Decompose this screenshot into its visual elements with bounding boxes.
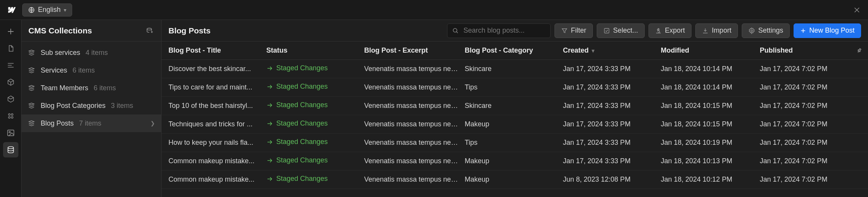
cell-title: Common makeup mistake... xyxy=(168,157,266,165)
rail-components[interactable] xyxy=(3,74,18,90)
col-header-excerpt[interactable]: Blog Post - Excerpt xyxy=(364,46,465,55)
arrow-right-icon xyxy=(266,139,273,146)
export-label: Export xyxy=(665,26,685,35)
col-header-modified[interactable]: Modified xyxy=(661,46,760,55)
collection-item[interactable]: Sub services4 items xyxy=(21,44,161,61)
status-label: Staged Changes xyxy=(276,156,328,164)
col-header-published[interactable]: Published xyxy=(760,46,855,55)
collection-name: Blog Posts xyxy=(41,119,74,127)
import-button[interactable]: Import xyxy=(695,23,738,38)
collections-title: CMS Collections xyxy=(28,26,144,35)
status-label: Staged Changes xyxy=(276,64,328,72)
cell-excerpt: Venenatis massa tempus nec ... xyxy=(364,83,465,91)
filter-button[interactable]: Filter xyxy=(554,23,593,38)
cell-created: Jan 17, 2024 3:33 PM xyxy=(563,139,661,147)
arrow-right-icon xyxy=(266,102,273,109)
arrow-right-icon xyxy=(266,120,273,127)
svg-point-3 xyxy=(8,116,10,118)
cell-category: Makeup xyxy=(465,120,563,128)
export-button[interactable]: Export xyxy=(649,23,691,38)
cell-published: Jan 17, 2024 7:02 PM xyxy=(760,175,855,184)
search-input[interactable] xyxy=(463,26,546,35)
status-label: Staged Changes xyxy=(276,101,328,109)
arrow-right-icon xyxy=(266,83,273,90)
cell-status: Staged Changes xyxy=(266,138,364,147)
rail-navigator[interactable] xyxy=(3,58,18,73)
arrow-right-icon xyxy=(266,157,273,164)
collection-name: Services xyxy=(41,66,67,74)
export-icon xyxy=(655,27,662,34)
settings-label: Settings xyxy=(758,26,783,35)
stack-icon xyxy=(28,102,35,109)
rail-assets[interactable] xyxy=(3,125,18,141)
table-row[interactable]: Techniques and tricks for ...Staged Chan… xyxy=(162,115,868,134)
cell-category: Skincare xyxy=(465,102,563,110)
cell-category: Makeup xyxy=(465,157,563,165)
collection-item[interactable]: Services6 items xyxy=(21,61,161,79)
arrow-right-icon xyxy=(266,175,273,182)
collection-item[interactable]: Blog Post Categories3 items xyxy=(21,97,161,114)
select-button[interactable]: Select... xyxy=(597,23,645,38)
cell-created: Jun 8, 2023 12:08 PM xyxy=(563,175,661,184)
table-row[interactable]: Tips to care for and maint...Staged Chan… xyxy=(162,78,868,97)
col-header-status[interactable]: Status xyxy=(266,46,364,55)
cell-status: Staged Changes xyxy=(266,175,364,184)
table-row[interactable]: Top 10 of the best hairstyl...Staged Cha… xyxy=(162,97,868,115)
cell-title: Techniques and tricks for ... xyxy=(168,120,266,128)
cell-modified: Jan 18, 2024 10:15 PM xyxy=(661,120,760,128)
table-row[interactable]: How to keep your nails fla...Staged Chan… xyxy=(162,134,868,152)
cell-status: Staged Changes xyxy=(266,101,364,111)
collection-name: Sub services xyxy=(41,49,80,57)
webflow-logo-icon[interactable] xyxy=(5,3,18,17)
search-icon xyxy=(452,27,459,34)
table-row[interactable]: Common makeup mistake...Staged ChangesVe… xyxy=(162,171,868,189)
globe-icon xyxy=(28,7,35,13)
main-panel: Blog Posts Filter Select... xyxy=(162,20,868,197)
svg-point-4 xyxy=(11,116,13,118)
cell-excerpt: Venenatis massa tempus nec ... xyxy=(364,120,465,128)
check-square-icon xyxy=(603,27,610,34)
cell-category: Tips xyxy=(465,83,563,91)
search-field[interactable] xyxy=(447,23,551,38)
cell-published: Jan 17, 2024 7:02 PM xyxy=(760,120,855,128)
table-row[interactable]: Discover the best skincar...Staged Chang… xyxy=(162,60,868,78)
arrow-right-icon xyxy=(266,65,273,72)
settings-button[interactable]: Settings xyxy=(742,23,790,38)
rail-styles[interactable] xyxy=(3,108,18,124)
collection-count: 7 items xyxy=(79,119,101,127)
rail-variables[interactable] xyxy=(3,91,18,107)
table-row[interactable]: Common makeup mistake...Staged ChangesVe… xyxy=(162,152,868,171)
col-header-created[interactable]: Created ▾ xyxy=(563,46,661,55)
svg-point-11 xyxy=(751,30,753,31)
sort-desc-icon: ▾ xyxy=(592,48,594,54)
pin-column-button[interactable] xyxy=(854,46,864,56)
collection-item[interactable]: Blog Posts7 items❯ xyxy=(21,114,161,132)
select-label: Select... xyxy=(613,26,638,35)
cell-status: Staged Changes xyxy=(266,119,364,129)
svg-rect-10 xyxy=(604,28,609,33)
add-collection-button[interactable] xyxy=(144,26,154,36)
cell-excerpt: Venenatis massa tempus nec ... xyxy=(364,175,465,184)
new-label: New Blog Post xyxy=(809,26,855,35)
svg-point-7 xyxy=(8,147,13,149)
collections-panel: CMS Collections Sub services4 itemsServi… xyxy=(21,20,162,197)
import-icon xyxy=(702,27,709,34)
collection-count: 6 items xyxy=(94,84,116,92)
col-header-category[interactable]: Blog Post - Category xyxy=(465,46,563,55)
chevron-right-icon: ❯ xyxy=(150,120,155,126)
col-header-created-label: Created xyxy=(563,46,589,55)
new-blog-post-button[interactable]: New Blog Post xyxy=(794,23,861,38)
language-selector[interactable]: English ▾ xyxy=(22,3,72,17)
close-button[interactable] xyxy=(850,3,863,17)
filter-label: Filter xyxy=(571,26,586,35)
rail-cms[interactable] xyxy=(3,142,18,157)
status-label: Staged Changes xyxy=(276,83,328,91)
rail-pages[interactable] xyxy=(3,41,18,56)
cell-created: Jan 17, 2024 3:33 PM xyxy=(563,157,661,165)
gear-icon xyxy=(748,27,755,34)
col-header-title[interactable]: Blog Post - Title xyxy=(168,46,266,55)
stack-icon xyxy=(28,84,35,92)
cell-excerpt: Venenatis massa tempus nec ... xyxy=(364,139,465,147)
rail-add[interactable] xyxy=(3,24,18,39)
collection-item[interactable]: Team Members6 items xyxy=(21,79,161,97)
